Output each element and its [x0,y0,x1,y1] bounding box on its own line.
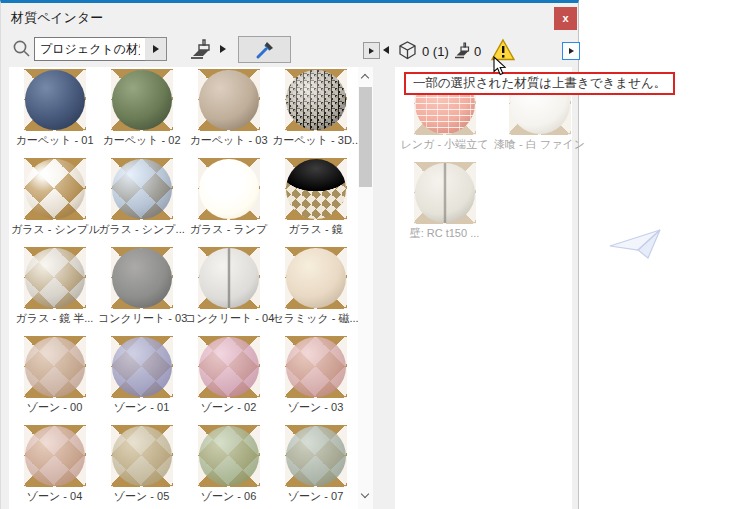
materials-grid: カーペット - 01 カーペット - 02 カーペット - 03 カーペット -… [11,67,359,509]
material-tile[interactable]: コンクリート - 03 [98,245,185,334]
material-label: ガラス - ランプ [185,223,272,236]
material-sphere [111,336,173,398]
material-sphere [285,69,347,131]
left-panel-scrollbar[interactable] [358,67,373,509]
brush-dropdown-arrow[interactable] [220,45,226,53]
material-tile[interactable]: ゾーン - 07 [272,423,359,509]
material-label: ゾーン - 00 [11,401,98,414]
scroll-up-arrow[interactable] [361,73,370,82]
material-label: カーペット - 01 [11,134,98,147]
material-sphere [198,158,260,220]
material-label: ガラス - シンプ... [98,223,185,236]
material-sphere [111,425,173,487]
title-bar[interactable]: 材質ペインター x [1,3,578,32]
search-dropdown-button[interactable] [145,37,167,61]
scrollbar-thumb[interactable] [359,87,372,187]
material-tile[interactable]: コンクリート - 04 [185,245,272,334]
material-sphere [198,425,260,487]
search-icon [12,39,31,58]
material-tile[interactable]: 壁: RC t150 ... [397,160,492,249]
cube-icon [397,40,418,61]
material-label: ゾーン - 02 [185,401,272,414]
material-tile[interactable]: ゾーン - 04 [11,423,98,509]
material-label: ガラス - シンプル [11,223,98,236]
material-sphere [111,247,173,309]
selected-element-count: 0 (1) [422,44,449,59]
material-label: カーペット - 02 [98,134,185,147]
material-label: コンクリート - 03 [98,312,185,325]
paint-count: 0 [474,44,481,59]
material-sphere [24,247,86,309]
brush-count-icon [453,40,474,61]
material-label: カーペット - 03 [185,134,272,147]
material-search-input[interactable] [34,37,146,61]
material-label: ゾーン - 01 [98,401,185,414]
material-label: セラミック - 磁... [272,312,359,325]
material-tile[interactable]: ガラス - ランプ [185,156,272,245]
material-sphere [24,158,86,220]
material-label: ゾーン - 05 [98,490,185,503]
eyedropper-icon [255,40,275,60]
expand-arrow-icon [369,48,374,54]
material-tile[interactable]: ゾーン - 05 [98,423,185,509]
mouse-cursor [493,56,507,76]
material-label: ゾーン - 07 [272,490,359,503]
selection-materials-grid: レンガ - 小端立て 漆喰 - 白 ファイン 壁: RC t150 ... [397,71,587,249]
material-sphere [24,69,86,131]
material-label: レンガ - 小端立て [397,138,492,151]
left-panel-options-button[interactable] [363,42,380,59]
close-button[interactable]: x [554,7,577,30]
material-tile[interactable]: カーペット - 02 [98,67,185,156]
material-tile[interactable]: ゾーン - 02 [185,334,272,423]
material-label: ゾーン - 04 [11,490,98,503]
selection-materials-panel: レンガ - 小端立て 漆喰 - 白 ファイン 壁: RC t150 ... [395,67,572,509]
material-sphere [198,336,260,398]
warning-tooltip-text: 一部の選択された材質は上書きできません。 [413,76,666,90]
material-label: ゾーン - 06 [185,490,272,503]
material-label: ガラス - 鏡 半... [11,312,98,325]
material-sphere [198,69,260,131]
material-label: ゾーン - 03 [272,401,359,414]
material-tile[interactable]: ガラス - 鏡 半... [11,245,98,334]
material-sphere [24,336,86,398]
dialog-title: 材質ペインター [11,9,103,27]
right-panel-options-button[interactable] [562,42,580,60]
material-tile[interactable]: ガラス - シンプ... [98,156,185,245]
paint-brush-icon[interactable] [189,38,217,62]
background-cursor-shape [608,228,666,262]
material-label: コンクリート - 04 [185,312,272,325]
material-tile[interactable]: ゾーン - 01 [98,334,185,423]
material-tile[interactable]: カーペット - 3D... [272,67,359,156]
material-tile[interactable]: ゾーン - 03 [272,334,359,423]
eyedropper-button[interactable] [238,36,291,63]
material-label: ガラス - 鏡 [272,223,359,236]
material-sphere [285,336,347,398]
overflow-arrow-icon [569,48,574,54]
material-tile[interactable]: セラミック - 磁... [272,245,359,334]
material-label: カーペット - 3D... [272,134,359,147]
splitter-collapse-icon[interactable] [383,46,389,54]
material-label: 壁: RC t150 ... [397,227,492,240]
material-sphere [414,162,476,224]
material-tile[interactable]: カーペット - 01 [11,67,98,156]
material-tile[interactable]: カーペット - 03 [185,67,272,156]
scroll-down-arrow[interactable] [361,491,370,500]
material-sphere [24,425,86,487]
material-sphere [285,158,347,220]
material-tile[interactable]: ゾーン - 06 [185,423,272,509]
app-background: 材質ペインター x [0,0,741,509]
material-sphere [285,247,347,309]
warning-tooltip: 一部の選択された材質は上書きできません。 [404,72,675,95]
dropdown-arrow-icon [153,45,159,53]
toolbar: 0 (1) 0 [1,32,578,67]
material-tile[interactable]: ゾーン - 00 [11,334,98,423]
project-materials-panel: カーペット - 01 カーペット - 02 カーペット - 03 カーペット -… [9,67,373,509]
material-sphere [198,247,260,309]
material-tile[interactable]: ガラス - 鏡 [272,156,359,245]
material-sphere [111,158,173,220]
material-label: 漆喰 - 白 ファイン [492,138,587,151]
material-tile[interactable]: ガラス - シンプル [11,156,98,245]
material-sphere [111,69,173,131]
material-sphere [285,425,347,487]
